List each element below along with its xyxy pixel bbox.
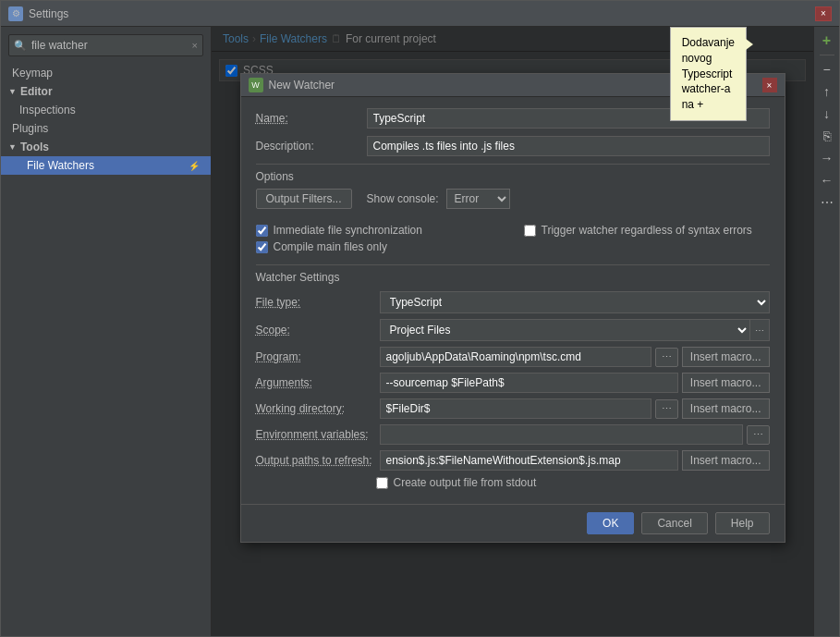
- scope-label: Scope:: [256, 324, 376, 337]
- search-icon: 🔍: [14, 40, 27, 52]
- immediate-sync-row: Immediate file synchronization: [256, 224, 502, 237]
- sidebar: 🔍 × Keymap ▼ Editor Inspections Plugins …: [1, 27, 212, 636]
- output-paths-input[interactable]: [380, 450, 678, 471]
- sidebar-item-inspections-label: Inspections: [19, 104, 76, 116]
- name-label: Name:: [256, 112, 367, 125]
- immediate-sync-label: Immediate file synchronization: [274, 224, 422, 237]
- create-output-checkbox[interactable]: [376, 477, 388, 489]
- sidebar-item-file-watchers-label: File Watchers: [27, 159, 94, 172]
- toolbar-divider: [820, 55, 834, 55]
- sidebar-item-tools[interactable]: ▼ Tools: [1, 138, 211, 156]
- down-button[interactable]: ↓: [817, 104, 837, 124]
- cancel-button[interactable]: Cancel: [641, 512, 707, 534]
- import-button[interactable]: →: [817, 148, 837, 168]
- sidebar-item-tools-label: Tools: [20, 141, 49, 153]
- up-button[interactable]: ↑: [817, 81, 837, 102]
- watcher-settings-title: Watcher Settings: [256, 271, 770, 284]
- file-type-label: File type:: [256, 296, 376, 309]
- program-insert-macro-button[interactable]: Insert macro...: [682, 347, 770, 367]
- create-output-label: Create output file from stdout: [394, 476, 537, 489]
- settings-window: ⚙ Settings × 🔍 × Keymap ▼ Editor Inspect…: [0, 0, 840, 637]
- sidebar-item-file-watchers[interactable]: File Watchers ⚡: [1, 156, 211, 175]
- program-input[interactable]: [380, 347, 651, 367]
- env-vars-input[interactable]: [380, 424, 743, 445]
- sidebar-item-inspections[interactable]: Inspections: [1, 101, 211, 119]
- arguments-label: Arguments:: [256, 376, 376, 389]
- main-content: Tools › File Watchers 🗒 For current proj…: [212, 27, 813, 636]
- arguments-row: Arguments: Insert macro...: [256, 373, 770, 393]
- show-console-select[interactable]: Error Always Never: [446, 189, 510, 209]
- scope-select[interactable]: Project Files Module Files All Places: [380, 319, 750, 341]
- window-title: Settings: [29, 7, 68, 20]
- description-label: Description:: [256, 140, 367, 153]
- trigger-watcher-label: Trigger watcher regardless of syntax err…: [542, 224, 752, 237]
- editor-caret-icon: ▼: [8, 87, 17, 96]
- title-bar-left: ⚙ Settings: [8, 6, 68, 21]
- dialog-close-button[interactable]: ×: [762, 78, 777, 92]
- arguments-insert-macro-button[interactable]: Insert macro...: [682, 373, 770, 393]
- sidebar-item-editor[interactable]: ▼ Editor: [1, 82, 211, 101]
- working-dir-row: Working directory: ⋯ Insert macro...: [256, 398, 770, 419]
- env-vars-browse-button[interactable]: ⋯: [747, 425, 770, 445]
- description-row: Description:: [256, 136, 770, 156]
- file-type-select[interactable]: TypeScript SCSS LESS: [380, 291, 770, 313]
- search-box: 🔍 ×: [8, 34, 203, 56]
- program-row: Program: ⋯ Insert macro...: [256, 347, 770, 367]
- right-toolbar: + − ↑ ↓ ⎘ → ← ⋯: [813, 27, 839, 636]
- compile-main-row: Compile main files only: [256, 240, 502, 253]
- env-vars-row: Environment variables: ⋯: [256, 424, 770, 445]
- tools-caret-icon: ▼: [8, 142, 17, 152]
- working-dir-insert-macro-button[interactable]: Insert macro...: [682, 398, 770, 419]
- add-button[interactable]: +: [817, 31, 837, 51]
- options-title: Options: [256, 170, 770, 183]
- dialog-overlay: Dodavanje novog Typescript watcher-a na …: [212, 27, 813, 636]
- search-clear-icon[interactable]: ×: [192, 40, 198, 51]
- create-output-row: Create output file from stdout: [376, 476, 770, 489]
- copy-button[interactable]: ⎘: [817, 126, 837, 146]
- description-input[interactable]: [367, 136, 770, 156]
- file-type-row: File type: TypeScript SCSS LESS: [256, 291, 770, 313]
- output-paths-insert-macro-button[interactable]: Insert macro...: [682, 450, 770, 471]
- trigger-watcher-checkbox[interactable]: [524, 225, 536, 237]
- scope-more-button[interactable]: ⋯: [750, 319, 770, 341]
- watcher-settings-section: Watcher Settings File type: TypeScript S…: [256, 264, 770, 489]
- settings-icon: ⚙: [8, 6, 23, 21]
- sidebar-item-editor-label: Editor: [20, 85, 53, 98]
- sidebar-item-plugins[interactable]: Plugins: [1, 119, 211, 138]
- help-button[interactable]: Help: [715, 512, 770, 534]
- show-console-label: Show console:: [367, 192, 439, 205]
- sidebar-item-keymap[interactable]: Keymap: [1, 64, 211, 82]
- output-paths-row: Output paths to refresh: Insert macro...: [256, 450, 770, 471]
- window-close-button[interactable]: ×: [815, 6, 832, 21]
- working-dir-browse-button[interactable]: ⋯: [655, 399, 678, 419]
- file-type-dropdown-wrapper: TypeScript SCSS LESS: [380, 291, 770, 313]
- export-button[interactable]: ←: [817, 170, 837, 190]
- ok-button[interactable]: OK: [587, 512, 634, 534]
- remove-button[interactable]: −: [817, 59, 837, 80]
- output-filters-button[interactable]: Output Filters...: [256, 189, 352, 209]
- program-browse-button[interactable]: ⋯: [655, 348, 678, 367]
- dialog-footer: OK Cancel Help: [241, 504, 785, 542]
- options-section: Options Output Filters... Show console: …: [256, 164, 770, 257]
- search-input[interactable]: [8, 34, 203, 56]
- immediate-sync-checkbox[interactable]: [256, 225, 268, 237]
- dialog-title-icon: W: [249, 78, 263, 92]
- arguments-input[interactable]: [380, 373, 678, 393]
- compile-main-label: Compile main files only: [274, 240, 387, 253]
- more-button[interactable]: ⋯: [817, 192, 837, 213]
- working-dir-label: Working directory:: [256, 402, 376, 415]
- title-bar: ⚙ Settings ×: [1, 1, 839, 27]
- env-vars-label: Environment variables:: [256, 428, 376, 441]
- scope-row: Scope: Project Files Module Files All Pl…: [256, 319, 770, 341]
- compile-main-checkbox[interactable]: [256, 241, 268, 253]
- new-watcher-dialog: W New Watcher × Name:: [240, 73, 785, 543]
- output-paths-label: Output paths to refresh:: [256, 454, 376, 467]
- working-dir-input[interactable]: [380, 398, 651, 419]
- trigger-watcher-row: Trigger watcher regardless of syntax err…: [524, 224, 770, 237]
- program-label: Program:: [256, 350, 376, 363]
- sidebar-item-plugins-label: Plugins: [12, 122, 48, 135]
- dialog-body: Name: Description: Options: [241, 97, 785, 504]
- show-console-row: Show console: Error Always Never: [367, 189, 510, 209]
- tooltip-text: Dodavanje novog Typescript watcher-a na …: [682, 36, 735, 111]
- settings-body: 🔍 × Keymap ▼ Editor Inspections Plugins …: [1, 27, 839, 636]
